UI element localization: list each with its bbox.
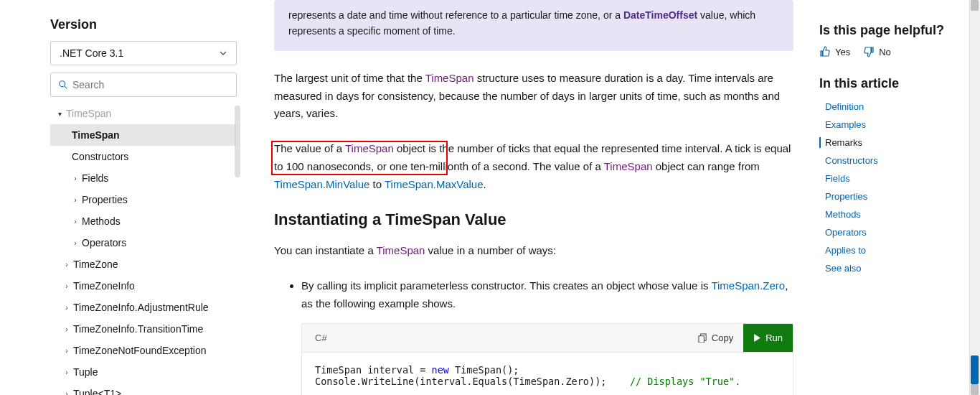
scrollbar-up-arrow[interactable] — [971, 0, 979, 11]
svg-point-0 — [60, 81, 65, 87]
toc-item-properties[interactable]: Properties — [819, 191, 966, 202]
scrollbar-down-arrow[interactable] — [971, 384, 979, 395]
nav-item-timezoneinfo[interactable]: ›TimeZoneInfo — [50, 275, 236, 297]
page-scrollbar[interactable] — [969, 0, 980, 395]
in-this-article-heading: In this article — [819, 76, 966, 91]
chevron-right-icon: › — [72, 175, 79, 182]
code-body: TimeSpan interval = new TimeSpan(); Cons… — [302, 353, 793, 395]
chevron-right-icon: › — [63, 282, 70, 290]
code-example: C# Copy Run TimeSpan interval = new Time… — [301, 323, 793, 395]
nav-scrollbar[interactable] — [235, 106, 240, 177]
note-callout: represents a date and time without refer… — [274, 0, 793, 51]
nav-item-fields[interactable]: ›Fields — [50, 167, 236, 189]
chevron-right-icon: › — [63, 390, 70, 396]
link-timespan[interactable]: TimeSpan — [604, 160, 653, 172]
link-minvalue[interactable]: TimeSpan.MinValue — [274, 178, 369, 190]
toc-item-constructors[interactable]: Constructors — [819, 155, 966, 166]
version-select[interactable]: .NET Core 3.1 — [50, 41, 237, 65]
search-input[interactable] — [72, 79, 229, 90]
toc-item-operators[interactable]: Operators — [819, 227, 966, 238]
code-language: C# — [315, 333, 327, 343]
bullet-item-1: By calling its implicit parameterless co… — [301, 277, 793, 313]
nav-item-methods[interactable]: ›Methods — [50, 210, 236, 232]
link-timespan-zero[interactable]: TimeSpan.Zero — [711, 279, 785, 292]
search-input-wrap[interactable] — [50, 73, 237, 97]
chevron-right-icon: › — [63, 304, 70, 312]
nav-item-tznotfoundexception[interactable]: ›TimeZoneNotFoundException — [50, 340, 236, 361]
left-sidebar: Version .NET Core 3.1 ▾TimeSpan TimeSpan… — [0, 0, 242, 395]
feedback-yes-button[interactable]: Yes — [819, 46, 850, 57]
scrollbar-thumb[interactable] — [971, 356, 979, 384]
chevron-right-icon: › — [63, 261, 70, 269]
paragraph-instantiate: You can instantiate a TimeSpan value in … — [274, 242, 793, 260]
chevron-down-icon — [219, 49, 227, 57]
version-select-value: .NET Core 3.1 — [60, 47, 123, 59]
toc-item-definition[interactable]: Definition — [819, 101, 966, 112]
toc-item-applies-to[interactable]: Applies to — [819, 245, 966, 256]
copy-button[interactable]: Copy — [688, 323, 743, 352]
chevron-right-icon: › — [72, 218, 79, 226]
toc-item-fields[interactable]: Fields — [819, 173, 966, 184]
run-button[interactable]: Run — [743, 323, 793, 352]
thumbs-down-icon — [863, 46, 875, 57]
chevron-right-icon: › — [72, 239, 79, 247]
link-timespan[interactable]: TimeSpan — [345, 142, 394, 154]
nav-item-timespan[interactable]: TimeSpan — [50, 124, 236, 146]
nav-item-timezone[interactable]: ›TimeZone — [50, 254, 236, 275]
svg-rect-3 — [699, 335, 704, 342]
version-heading: Version — [50, 17, 242, 32]
toc-item-methods[interactable]: Methods — [819, 209, 966, 220]
toc-list: Definition Examples Remarks Constructors… — [819, 101, 966, 274]
paragraph-ticks: The value of a TimeSpan object is the nu… — [274, 140, 793, 193]
nav-item-tuple-t1[interactable]: ›Tuple<T1> — [50, 383, 236, 395]
nav-item-adjustmentrule[interactable]: ›TimeZoneInfo.AdjustmentRule — [50, 297, 236, 318]
chevron-right-icon: › — [63, 325, 70, 333]
bullet-list: By calling its implicit parameterless co… — [274, 277, 793, 313]
toc-item-examples[interactable]: Examples — [819, 119, 966, 130]
feedback-no-button[interactable]: No — [863, 46, 891, 57]
feedback-row: Yes No — [819, 46, 966, 57]
main-content: represents a date and time without refer… — [242, 0, 819, 395]
code-header: C# Copy Run — [302, 324, 793, 353]
nav-item-operators[interactable]: ›Operators — [50, 232, 236, 254]
copy-icon — [698, 333, 707, 343]
svg-line-1 — [65, 86, 67, 89]
link-datetimeoffset[interactable]: DateTimeOffset — [623, 9, 697, 21]
chevron-right-icon: › — [63, 368, 70, 376]
link-maxvalue[interactable]: TimeSpan.MaxValue — [385, 178, 484, 190]
nav-item-properties[interactable]: ›Properties — [50, 189, 236, 210]
right-toc: Is this page helpful? Yes No In this art… — [819, 0, 980, 395]
toc-item-see-also[interactable]: See also — [819, 263, 966, 274]
nav-item-transitiontime[interactable]: ›TimeZoneInfo.TransitionTime — [50, 318, 236, 340]
play-icon — [753, 334, 761, 342]
paragraph-largest-unit: The largest unit of time that the TimeSp… — [274, 70, 793, 123]
helpful-heading: Is this page helpful? — [819, 22, 966, 39]
chevron-right-icon: › — [63, 347, 70, 355]
nav-item-constructors[interactable]: Constructors — [50, 146, 236, 167]
link-timespan[interactable]: TimeSpan — [377, 244, 425, 256]
nav-item-tuple[interactable]: ›Tuple — [50, 361, 236, 383]
search-icon — [58, 80, 68, 90]
chevron-right-icon: › — [72, 196, 79, 204]
nav-item-parent[interactable]: ▾TimeSpan — [50, 103, 236, 124]
note-text-a: represents a date and time without refer… — [288, 9, 623, 21]
thumbs-up-icon — [819, 46, 831, 57]
toc-item-remarks[interactable]: Remarks — [819, 137, 966, 148]
chevron-down-icon: ▾ — [56, 110, 63, 118]
page-root: Version .NET Core 3.1 ▾TimeSpan TimeSpan… — [0, 0, 980, 395]
nav-tree: ▾TimeSpan TimeSpan Constructors ›Fields … — [50, 103, 240, 395]
link-timespan[interactable]: TimeSpan — [425, 72, 474, 84]
section-heading-instantiating: Instantiating a TimeSpan Value — [274, 210, 793, 229]
